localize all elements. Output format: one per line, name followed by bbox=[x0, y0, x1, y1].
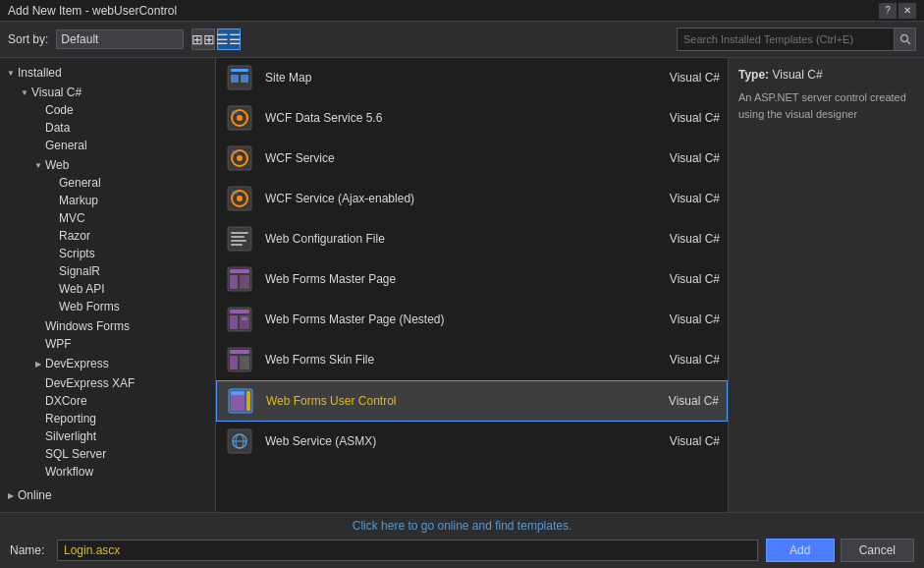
help-button[interactable]: ? bbox=[879, 3, 897, 19]
svg-rect-35 bbox=[240, 356, 249, 369]
wpf-label: WPF bbox=[45, 337, 72, 351]
sidebar-item-web-api[interactable]: Web API bbox=[41, 280, 215, 298]
workflow-label: Workflow bbox=[45, 465, 93, 479]
cancel-button[interactable]: Cancel bbox=[841, 539, 914, 562]
item-name: WCF Data Service 5.6 bbox=[265, 111, 641, 125]
top-bar: Sort by: Default Name Type ⊞ ☰ bbox=[0, 22, 924, 58]
item-icon-webforms-skin bbox=[224, 344, 255, 375]
item-category: Visual C# bbox=[641, 272, 720, 286]
visual-csharp-label: Visual C# bbox=[31, 85, 82, 99]
item-icon-wcf-data: C# bbox=[224, 102, 255, 134]
installed-arrow bbox=[4, 66, 18, 80]
search-input[interactable] bbox=[678, 31, 894, 47]
file-name-input[interactable] bbox=[57, 540, 758, 561]
list-item[interactable]: C# WCF Service Visual C# bbox=[216, 139, 728, 179]
sidebar-item-devexpress-xaf[interactable]: DevExpress XAF bbox=[27, 374, 215, 392]
sidebar-item-reporting[interactable]: Reporting bbox=[27, 410, 215, 427]
item-icon-wcf-ajax: C# bbox=[224, 183, 255, 214]
item-icon-user-control bbox=[225, 385, 256, 417]
svg-rect-31 bbox=[242, 317, 247, 320]
svg-rect-5 bbox=[241, 75, 248, 83]
sidebar-item-wpf[interactable]: WPF bbox=[27, 335, 215, 353]
tree-item-online: Online bbox=[0, 484, 215, 506]
online-link-row: Click here to go online and find templat… bbox=[10, 519, 914, 533]
sidebar-item-web-forms[interactable]: Web Forms bbox=[41, 298, 215, 315]
svg-rect-39 bbox=[246, 391, 250, 411]
action-buttons: Add Cancel bbox=[766, 539, 914, 562]
name-label: Name: bbox=[10, 543, 49, 557]
svg-text:C#: C# bbox=[232, 109, 239, 115]
mvc-label: MVC bbox=[59, 211, 85, 225]
web-general-label: General bbox=[59, 176, 101, 190]
svg-rect-38 bbox=[231, 391, 245, 395]
sidebar-item-mvc[interactable]: MVC bbox=[41, 209, 215, 227]
reporting-label: Reporting bbox=[45, 412, 96, 426]
list-item[interactable]: C# WCF Data Service 5.6 Visual C# bbox=[216, 98, 728, 139]
grid-view-button[interactable]: ⊞ bbox=[191, 28, 215, 50]
sidebar-item-silverlight[interactable]: Silverlight bbox=[27, 427, 215, 445]
sidebar-item-web[interactable]: Web bbox=[27, 156, 215, 174]
sidebar-item-general[interactable]: General bbox=[27, 137, 215, 154]
list-item[interactable]: Site Map Visual C# bbox=[216, 58, 728, 98]
online-templates-link[interactable]: Click here to go online and find templat… bbox=[353, 519, 571, 533]
sidebar-item-visual-csharp[interactable]: Visual C# bbox=[14, 84, 215, 101]
svg-rect-29 bbox=[230, 315, 238, 329]
sidebar-item-signalr[interactable]: SignalR bbox=[41, 262, 215, 280]
web-label: Web bbox=[45, 158, 69, 172]
svg-rect-20 bbox=[231, 236, 245, 238]
item-name: Site Map bbox=[265, 71, 641, 85]
list-item[interactable]: C# WCF Service (Ajax-enabled) Visual C# bbox=[216, 179, 728, 219]
sidebar-item-online[interactable]: Online bbox=[0, 486, 215, 504]
svg-text:C#: C# bbox=[232, 149, 239, 155]
scripts-label: Scripts bbox=[59, 247, 95, 260]
installed-children: Visual C# Code Data bbox=[0, 82, 215, 483]
item-category: Visual C# bbox=[641, 434, 720, 448]
items-list: Site Map Visual C# C# WCF Data Service 5… bbox=[216, 58, 728, 512]
tree-item-installed: Installed Visual C# Code bbox=[0, 62, 215, 484]
list-item[interactable]: Web Forms Master Page Visual C# bbox=[216, 259, 728, 300]
list-item[interactable]: Web Forms Skin File Visual C# bbox=[216, 340, 728, 380]
sidebar-item-data[interactable]: Data bbox=[27, 119, 215, 137]
sidebar-item-sql-server[interactable]: SQL Server bbox=[27, 445, 215, 463]
tree-item-visual-csharp: Visual C# Code Data bbox=[14, 82, 215, 483]
sql-server-label: SQL Server bbox=[45, 447, 106, 461]
item-name: Web Forms Master Page bbox=[265, 272, 641, 286]
markup-label: Markup bbox=[59, 194, 98, 207]
sort-select[interactable]: Default Name Type bbox=[56, 29, 184, 49]
svg-rect-33 bbox=[230, 350, 249, 354]
sidebar-item-web-general[interactable]: General bbox=[41, 174, 215, 192]
window-controls: ? ✕ bbox=[879, 3, 916, 19]
close-button[interactable]: ✕ bbox=[898, 3, 916, 19]
devexpress-arrow bbox=[31, 357, 45, 370]
list-item[interactable]: Web Configuration File Visual C# bbox=[216, 219, 728, 259]
item-category: Visual C# bbox=[640, 394, 719, 408]
tree-item-web: Web General Markup bbox=[27, 154, 215, 317]
sidebar-item-dxcore[interactable]: DXCore bbox=[27, 392, 215, 410]
svg-rect-28 bbox=[230, 310, 249, 313]
devexpress-label: DevExpress bbox=[45, 357, 109, 370]
dialog: Sort by: Default Name Type ⊞ ☰ bbox=[0, 22, 924, 568]
sidebar-item-code[interactable]: Code bbox=[27, 101, 215, 119]
list-item[interactable]: Web Service (ASMX) Visual C# bbox=[216, 422, 728, 462]
item-category: Visual C# bbox=[641, 232, 720, 246]
signalr-label: SignalR bbox=[59, 264, 100, 278]
sidebar-item-installed[interactable]: Installed bbox=[0, 64, 215, 82]
installed-label: Installed bbox=[18, 66, 62, 80]
sidebar-item-windows-forms[interactable]: Windows Forms bbox=[27, 317, 215, 335]
sidebar-item-razor[interactable]: Razor bbox=[41, 227, 215, 245]
right-panel: Type: Visual C# An ASP.NET server contro… bbox=[728, 58, 924, 512]
sidebar-item-markup[interactable]: Markup bbox=[41, 192, 215, 209]
item-name: Web Forms Master Page (Nested) bbox=[265, 312, 641, 326]
list-item[interactable]: Web Forms Master Page (Nested) Visual C# bbox=[216, 300, 728, 340]
online-label: Online bbox=[18, 488, 52, 502]
sidebar-item-workflow[interactable]: Workflow bbox=[27, 463, 215, 481]
list-view-button[interactable]: ☰ bbox=[217, 28, 241, 50]
search-button[interactable] bbox=[894, 28, 915, 50]
add-button[interactable]: Add bbox=[766, 539, 835, 562]
web-forms-label: Web Forms bbox=[59, 300, 120, 313]
sidebar-item-scripts[interactable]: Scripts bbox=[41, 245, 215, 262]
sidebar-item-devexpress[interactable]: DevExpress bbox=[27, 355, 215, 372]
online-arrow bbox=[4, 488, 18, 502]
item-icon-sitemap bbox=[224, 62, 255, 93]
list-item-selected[interactable]: Web Forms User Control Visual C# bbox=[216, 380, 728, 422]
